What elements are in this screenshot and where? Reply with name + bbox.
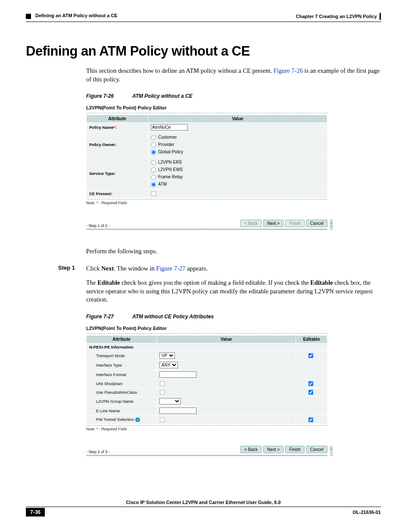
- svc-l2vpn-ers-option[interactable]: L2VPN ERS: [151, 159, 324, 166]
- wizard-bottom-2: - Step 2 of 3 - < Back Next > Finish Can…: [86, 446, 327, 454]
- header-chapter: Chapter 7 Creating an L2VPN Policy: [296, 13, 381, 20]
- step-indicator-1: - Step 1 of 2 -: [86, 224, 110, 228]
- figure-7-26: L2VPN(Point To Point) Policy Editor Attr…: [86, 103, 327, 230]
- uni-shutdown-label: UNI Shutdown: [87, 379, 157, 388]
- editor-rule: [86, 455, 327, 456]
- use-pwclass-label: Use PseudoWireClass: [87, 388, 157, 396]
- info-icon[interactable]: i: [135, 417, 140, 422]
- transport-mode-editable-checkbox[interactable]: [308, 353, 313, 358]
- policy-table-1: Attribute Value Policy Name*: Policy Own…: [86, 115, 327, 198]
- page: Defining an ATM Policy without a CE Chap…: [0, 0, 411, 532]
- svc-frame-relay-radio[interactable]: [151, 175, 156, 180]
- row-interface-format: Interface Format: [87, 370, 327, 379]
- figure-7-26-label: Figure 7-26: [86, 93, 114, 99]
- back-button-2[interactable]: < Back: [240, 446, 262, 453]
- policy-editor-1: L2VPN(Point To Point) Policy Editor Attr…: [86, 103, 327, 230]
- owner-customer-radio[interactable]: [151, 135, 156, 140]
- step-1-label: Step 1: [58, 264, 86, 273]
- divider: [86, 333, 327, 334]
- row-policy-name: Policy Name*:: [87, 123, 327, 132]
- next-button-2[interactable]: Next >: [263, 446, 283, 453]
- owner-global-option[interactable]: Global Policy: [151, 148, 324, 156]
- figure-7-26-caption: Figure 7-26 ATM Policy without a CE: [86, 93, 381, 99]
- footer-book-title: Cisco IP Solution Center L2VPN and Carri…: [26, 500, 381, 505]
- page-footer: Cisco IP Solution Center L2VPN and Carri…: [26, 500, 381, 516]
- col-value: Value: [148, 115, 327, 123]
- service-type-label: Service Type:: [87, 157, 148, 190]
- header-rule: [26, 22, 381, 22]
- section-header-npe: N-PE/U-PE Information: [87, 343, 327, 351]
- finish-button: Finish: [285, 220, 305, 227]
- transport-mode-label: Transport Mode: [87, 351, 157, 360]
- step-1-content: Click Next. The window in Figure 7-27 ap…: [86, 264, 381, 273]
- owner-provider-option[interactable]: Provider: [151, 141, 324, 148]
- owner-customer-option[interactable]: Customer: [151, 134, 324, 141]
- editor-title-2: L2VPN(Point To Point) Policy Editor: [86, 324, 327, 333]
- editable-paragraph: The Editable check box gives you the opt…: [86, 279, 381, 304]
- policy-name-label: Policy Name: [89, 125, 114, 130]
- col-attribute-2: Attribute: [87, 335, 157, 343]
- interface-type-label: Interface Type: [87, 360, 157, 370]
- running-header: Defining an ATM Policy without a CE Chap…: [26, 13, 381, 20]
- figure-7-27-title: ATM without CE Policy Attributes: [132, 314, 214, 320]
- pw-tunnel-editable-checkbox[interactable]: [308, 417, 313, 423]
- intro-text-before: This section describes how to define an …: [86, 67, 274, 74]
- col-editable: Editable: [296, 335, 327, 343]
- page-number: 7-36: [26, 508, 45, 516]
- back-button: < Back: [240, 220, 262, 227]
- figure-7-27-label: Figure 7-27: [86, 314, 114, 320]
- divider: [86, 199, 327, 200]
- interface-format-label: Interface Format: [87, 370, 157, 379]
- intro-paragraph: This section describes how to define an …: [86, 67, 381, 84]
- row-use-pwclass: Use PseudoWireClass: [87, 388, 327, 396]
- uni-shutdown-editable-checkbox[interactable]: [308, 381, 313, 386]
- owner-global-radio[interactable]: [151, 150, 156, 155]
- editor-rule: [86, 229, 327, 230]
- header-section: Defining an ATM Policy without a CE: [26, 13, 118, 20]
- doc-number: OL-21636-01: [353, 510, 381, 515]
- svc-frame-relay-option[interactable]: Frame Relay: [151, 173, 324, 180]
- svc-atm-radio[interactable]: [151, 182, 156, 187]
- l2vpn-group-select[interactable]: [159, 398, 181, 404]
- pw-tunnel-checkbox[interactable]: [160, 417, 165, 423]
- eline-name-label: E-Line Name: [87, 406, 157, 415]
- col-value-2: Value: [157, 335, 296, 343]
- use-pwclass-checkbox[interactable]: [160, 390, 165, 395]
- use-pwclass-editable-checkbox[interactable]: [308, 390, 313, 395]
- svc-l2vpn-ews-radio[interactable]: [151, 168, 156, 173]
- wizard-bottom-1: - Step 1 of 2 - < Back Next > Finish Can…: [86, 220, 327, 228]
- figure-link-7-27[interactable]: Figure 7-27: [156, 265, 185, 272]
- required-note-1: Note: * - Required Field: [86, 201, 327, 205]
- row-interface-type: Interface Type ANY: [87, 360, 327, 370]
- row-pw-tunnel: PW Tunnel Selectioni: [87, 415, 327, 424]
- step-1-row: Step 1 Click Next. The window in Figure …: [58, 264, 381, 273]
- pw-tunnel-label: PW Tunnel Selection: [96, 417, 134, 422]
- cancel-button-2[interactable]: Cancel: [306, 446, 327, 453]
- row-eline-name: E-Line Name: [87, 406, 327, 415]
- row-uni-shutdown: UNI Shutdown: [87, 379, 327, 388]
- editor-title-1: L2VPN(Point To Point) Policy Editor: [86, 103, 327, 112]
- svc-l2vpn-ers-radio[interactable]: [151, 160, 156, 165]
- cancel-button[interactable]: Cancel: [306, 220, 327, 227]
- eline-name-input[interactable]: [159, 408, 196, 414]
- figure-link-7-26[interactable]: Figure 7-26: [274, 67, 303, 74]
- owner-provider-radio[interactable]: [151, 143, 156, 148]
- policy-name-input[interactable]: [151, 124, 188, 131]
- col-attribute: Attribute: [87, 115, 148, 123]
- perform-text: Perform the following steps.: [86, 247, 381, 256]
- page-title: Defining an ATM Policy without a CE: [26, 44, 381, 59]
- row-service-type: Service Type: L2VPN ERS L2VPN EWS Frame …: [87, 157, 327, 190]
- interface-format-input[interactable]: [159, 371, 196, 378]
- policy-table-2: Attribute Value Editable N-PE/U-PE Infor…: [86, 335, 327, 424]
- svc-atm-option[interactable]: ATM: [151, 180, 324, 188]
- row-l2vpn-group: L2VPN Group Name: [87, 396, 327, 406]
- finish-button-2[interactable]: Finish: [285, 446, 305, 453]
- ce-present-checkbox[interactable]: [151, 191, 156, 196]
- next-button[interactable]: Next >: [263, 220, 283, 227]
- figure-7-26-title: ATM Policy without a CE: [132, 93, 193, 99]
- uni-shutdown-checkbox[interactable]: [160, 381, 165, 386]
- interface-type-select[interactable]: ANY: [159, 362, 178, 368]
- svc-l2vpn-ews-option[interactable]: L2VPN EWS: [151, 166, 324, 173]
- figure-7-27: L2VPN(Point To Point) Policy Editor Attr…: [86, 324, 327, 456]
- transport-mode-select[interactable]: VP: [159, 352, 175, 359]
